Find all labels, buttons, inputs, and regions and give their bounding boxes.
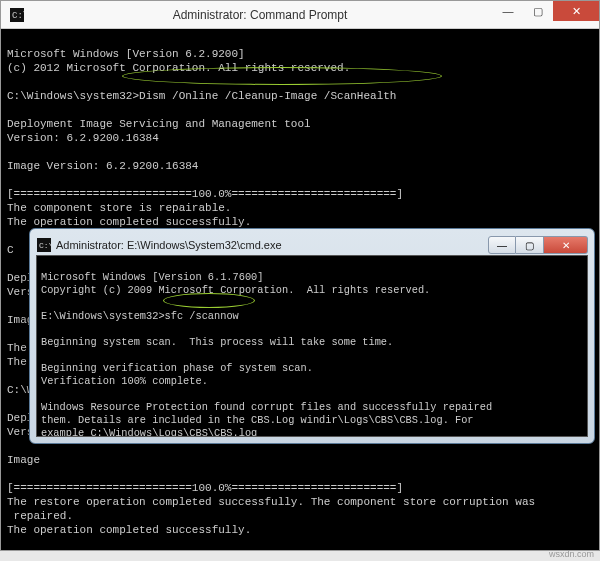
watermark-text: wsxdn.com <box>549 549 594 559</box>
titlebar-front[interactable]: C:\ Administrator: E:\Windows\System32\c… <box>36 235 588 255</box>
console-line: Windows Resource Protection found corrup… <box>41 401 492 413</box>
console-prompt: E:\Windows\system32> <box>41 310 165 322</box>
console-line: Verification 100% complete. <box>41 375 208 387</box>
console-output-front[interactable]: Microsoft Windows [Version 6.1.7600] Cop… <box>36 255 588 437</box>
maximize-button[interactable]: ▢ <box>516 236 544 254</box>
cmd-window-front: C:\ Administrator: E:\Windows\System32\c… <box>29 228 595 444</box>
cmd-icon: C:\ <box>7 5 27 25</box>
window-title-front: Administrator: E:\Windows\System32\cmd.e… <box>56 239 488 251</box>
maximize-button[interactable]: ▢ <box>523 1 553 21</box>
console-line: The restore operation completed successf… <box>7 496 535 508</box>
console-line: The operation completed successfully. <box>7 524 251 536</box>
close-button[interactable]: ✕ <box>553 1 599 21</box>
console-line: them. Details are included in the CBS.Lo… <box>41 414 474 426</box>
console-prompt: C:\Windows\system32> <box>7 90 139 102</box>
console-line: Version: 6.2.9200.16384 <box>7 132 159 144</box>
svg-text:C:\: C:\ <box>12 11 24 21</box>
console-line: Deployment Image Servicing and Managemen… <box>7 118 311 130</box>
console-line: Image <box>7 454 40 466</box>
console-line: example C:\Windows\Logs\CBS\CBS.log <box>41 427 257 437</box>
console-line: Beginning verification phase of system s… <box>41 362 313 374</box>
console-line: Microsoft Windows [Version 6.1.7600] <box>41 271 263 283</box>
dism-command: Dism /Online /Cleanup-Image /ScanHealth <box>139 90 396 102</box>
window-controls-front: — ▢ ✕ <box>488 236 588 254</box>
cmd-icon: C:\ <box>36 237 52 253</box>
minimize-button[interactable]: — <box>488 236 516 254</box>
console-line: C <box>7 244 14 256</box>
console-line: The component store is repairable. <box>7 202 231 214</box>
close-button[interactable]: ✕ <box>544 236 588 254</box>
console-line: (c) 2012 Microsoft Corporation. All righ… <box>7 62 350 74</box>
progress-bar-text: [===========================100.0%======… <box>7 482 403 494</box>
titlebar-back[interactable]: C:\ Administrator: Command Prompt — ▢ ✕ <box>1 1 599 29</box>
progress-bar-text: [===========================100.0%======… <box>7 188 403 200</box>
sfc-command: sfc /scannow <box>165 310 239 322</box>
minimize-button[interactable]: — <box>493 1 523 21</box>
console-line: Microsoft Windows [Version 6.2.9200] <box>7 48 245 60</box>
console-line: Image Version: 6.2.9200.16384 <box>7 160 198 172</box>
console-line: Beginning system scan. This process will… <box>41 336 393 348</box>
window-title-back: Administrator: Command Prompt <box>27 8 493 22</box>
window-controls-back: — ▢ ✕ <box>493 1 599 28</box>
console-line: Copyright (c) 2009 Microsoft Corporation… <box>41 284 430 296</box>
svg-text:C:\: C:\ <box>39 241 51 250</box>
console-line: The operation completed successfully. <box>7 216 251 228</box>
console-line: repaired. <box>7 510 73 522</box>
